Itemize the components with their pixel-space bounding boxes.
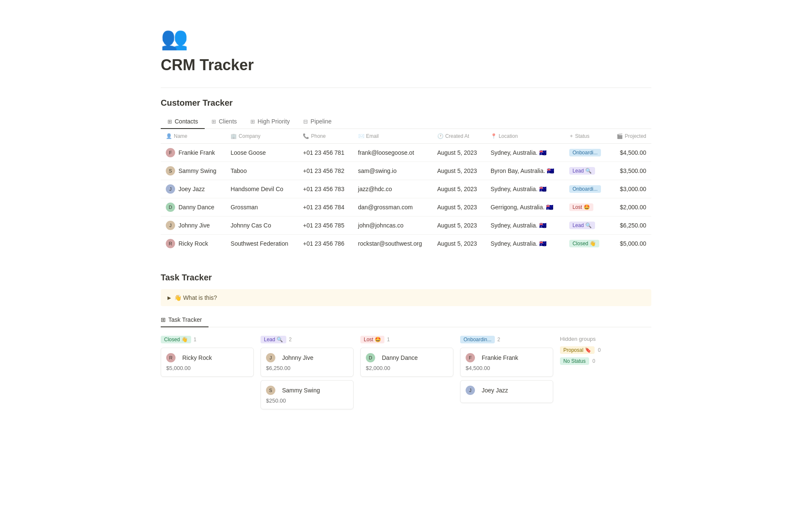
cell-email: frank@loosegoose.ot xyxy=(353,144,432,162)
cell-status[interactable]: Lead 🔍 xyxy=(564,217,609,235)
kanban-card-name: F Frankie Frank xyxy=(466,353,548,362)
table-row[interactable]: J Johnny Jive Johnny Cas Co +01 23 456 7… xyxy=(161,217,651,235)
task-tracker-section: Task Tracker ▶ 👋 What is this? ⊞ Task Tr… xyxy=(161,273,651,413)
col-projected: 🎬Projected xyxy=(609,129,651,144)
cell-status[interactable]: Lead 🔍 xyxy=(564,162,609,180)
cell-company: Southwest Federation xyxy=(225,235,298,253)
cell-name: S Sammy Swing xyxy=(161,162,225,180)
col-company: 🏢Company xyxy=(225,129,298,144)
info-text: 👋 What is this? xyxy=(174,294,217,301)
contact-tabs: ⊞ Contacts ⊞ Clients ⊞ High Priority ⊟ P… xyxy=(161,115,651,129)
contact-name: Sammy Swing xyxy=(178,167,216,174)
avatar: R xyxy=(166,239,175,248)
cell-created-at: August 5, 2023 xyxy=(432,217,486,235)
cell-phone: +01 23 456 784 xyxy=(298,198,353,217)
status-badge[interactable]: Onboardi... xyxy=(569,149,601,156)
kanban-card-name: J Johnny Jive xyxy=(266,353,348,362)
cell-phone: +01 23 456 783 xyxy=(298,180,353,198)
kanban-col-count: 2 xyxy=(497,337,500,343)
high-priority-tab-icon: ⊞ xyxy=(250,118,255,125)
kanban-card[interactable]: D Danny Dance $2,000.00 xyxy=(360,348,453,377)
cell-created-at: August 5, 2023 xyxy=(432,162,486,180)
cell-phone: +01 23 456 782 xyxy=(298,162,353,180)
section-divider xyxy=(161,88,651,88)
cell-projected: $2,000.00 xyxy=(609,198,651,217)
cell-location: Sydney, Australia. 🇦🇺 xyxy=(486,217,564,235)
task-tab-label: Task Tracker xyxy=(168,316,202,323)
cell-status[interactable]: Lost 🤩 xyxy=(564,198,609,217)
hidden-group-item: Proposal 🔖 0 xyxy=(560,346,601,354)
task-tabs: ⊞ Task Tracker xyxy=(161,313,651,327)
col-phone: 📞Phone xyxy=(298,129,353,144)
cell-email: rockstar@southwest.org xyxy=(353,235,432,253)
kanban-card-value: $5,000.00 xyxy=(166,365,248,371)
pipeline-tab-icon: ⊟ xyxy=(303,118,308,125)
kanban-avatar: R xyxy=(166,353,176,362)
status-badge[interactable]: Lead 🔍 xyxy=(569,167,595,175)
cell-name: D Danny Dance xyxy=(161,198,225,217)
status-badge[interactable]: Onboardi... xyxy=(569,185,601,193)
contact-name: Joey Jazz xyxy=(178,186,205,192)
cell-location: Sydney, Australia. 🇦🇺 xyxy=(486,144,564,162)
col-email: ✉️Email xyxy=(353,129,432,144)
status-badge[interactable]: Lost 🤩 xyxy=(569,203,593,211)
table-row[interactable]: J Joey Jazz Handsome Devil Co +01 23 456… xyxy=(161,180,651,198)
cell-email: john@johncas.co xyxy=(353,217,432,235)
page-title: CRM Tracker xyxy=(161,56,651,74)
kanban-col-header: Onboardin... 2 xyxy=(460,336,553,343)
contact-name: Frankie Frank xyxy=(178,149,215,156)
kanban-card-name: J Joey Jazz xyxy=(466,386,548,395)
cell-name: F Frankie Frank xyxy=(161,144,225,162)
tab-high-priority[interactable]: ⊞ High Priority xyxy=(244,115,296,129)
task-info-box[interactable]: ▶ 👋 What is this? xyxy=(161,289,651,306)
kanban-card[interactable]: S Sammy Swing $250.00 xyxy=(261,380,354,409)
contact-name: Ricky Rock xyxy=(178,240,208,247)
tab-clients[interactable]: ⊞ Clients xyxy=(205,115,244,129)
cell-company: Handsome Devil Co xyxy=(225,180,298,198)
kanban-board: Closed 👋 1 R Ricky Rock $5,000.00 Lead 🔍… xyxy=(161,336,651,413)
col-created-at: 🕐Created At xyxy=(432,129,486,144)
cell-status[interactable]: Onboardi... xyxy=(564,144,609,162)
kanban-card[interactable]: F Frankie Frank $4,500.00 xyxy=(460,348,553,377)
contact-name: Danny Dance xyxy=(178,204,214,211)
kanban-card[interactable]: R Ricky Rock $5,000.00 xyxy=(161,348,254,377)
hidden-groups-title: Hidden groups xyxy=(560,336,601,342)
customer-tracker-section: Customer Tracker ⊞ Contacts ⊞ Clients ⊞ … xyxy=(161,98,651,252)
hidden-group-count: 0 xyxy=(593,358,595,364)
cell-phone: +01 23 456 786 xyxy=(298,235,353,253)
tab-pipeline[interactable]: ⊟ Pipeline xyxy=(296,115,338,129)
task-tracker-title: Task Tracker xyxy=(161,273,651,282)
kanban-col-count: 1 xyxy=(387,337,390,343)
task-tab-icon: ⊞ xyxy=(161,316,166,323)
cell-created-at: August 5, 2023 xyxy=(432,235,486,253)
table-row[interactable]: F Frankie Frank Loose Goose +01 23 456 7… xyxy=(161,144,651,162)
task-tracker-tab[interactable]: ⊞ Task Tracker xyxy=(161,313,208,327)
col-name: 👤Name xyxy=(161,129,225,144)
hidden-group-item: No Status 0 xyxy=(560,357,601,365)
kanban-avatar: J xyxy=(466,386,475,395)
tab-contacts[interactable]: ⊞ Contacts xyxy=(161,115,205,129)
kanban-card[interactable]: J Joey Jazz xyxy=(460,380,553,403)
table-row[interactable]: D Danny Dance Grossman +01 23 456 784 da… xyxy=(161,198,651,217)
cell-location: Sydney, Australia. 🇦🇺 xyxy=(486,235,564,253)
cell-company: Grossman xyxy=(225,198,298,217)
status-badge[interactable]: Lead 🔍 xyxy=(569,222,595,229)
cell-projected: $5,000.00 xyxy=(609,235,651,253)
cell-status[interactable]: Closed 👋 xyxy=(564,235,609,253)
cell-company: Taboo xyxy=(225,162,298,180)
table-row[interactable]: S Sammy Swing Taboo +01 23 456 782 sam@s… xyxy=(161,162,651,180)
status-badge[interactable]: Closed 👋 xyxy=(569,240,600,247)
cell-company: Loose Goose xyxy=(225,144,298,162)
cell-location: Gerrigong, Australia. 🇦🇺 xyxy=(486,198,564,217)
kanban-card[interactable]: J Johnny Jive $6,250.00 xyxy=(261,348,354,377)
avatar: J xyxy=(166,221,175,230)
kanban-col-header: Lead 🔍 2 xyxy=(261,336,354,343)
hidden-groups: Hidden groups Proposal 🔖 0 No Status 0 xyxy=(560,336,601,368)
cell-email: jazz@hdc.co xyxy=(353,180,432,198)
kanban-col-header: Lost 🤩 1 xyxy=(360,336,453,343)
table-row[interactable]: R Ricky Rock Southwest Federation +01 23… xyxy=(161,235,651,253)
avatar: F xyxy=(166,148,175,157)
cell-status[interactable]: Onboardi... xyxy=(564,180,609,198)
avatar: D xyxy=(166,203,175,212)
kanban-name-text: Sammy Swing xyxy=(282,387,320,394)
